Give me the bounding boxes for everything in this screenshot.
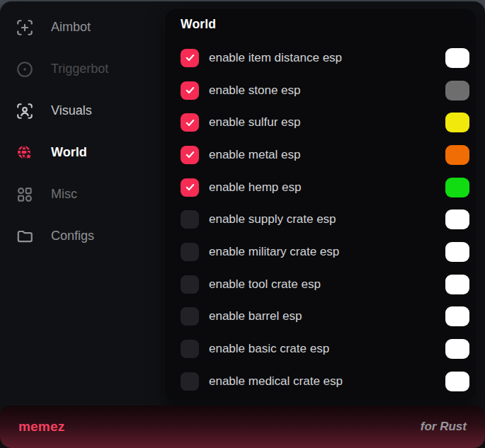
esp-option-row bbox=[165, 398, 477, 401]
brand-name: memez bbox=[18, 419, 64, 435]
esp-option-row: enable hemp esp bbox=[165, 171, 477, 204]
esp-option-row: enable stone esp bbox=[165, 74, 477, 107]
esp-checkbox[interactable] bbox=[181, 275, 199, 294]
check-icon bbox=[185, 52, 195, 63]
check-icon bbox=[185, 149, 195, 160]
esp-options-list: enable item distance esp enable stone es… bbox=[165, 42, 477, 401]
sidebar-item-label: Aimbot bbox=[51, 20, 91, 35]
esp-option-row: enable tool crate esp bbox=[165, 268, 477, 301]
esp-color-swatch[interactable] bbox=[445, 306, 469, 326]
esp-checkbox[interactable] bbox=[181, 113, 199, 132]
globe-star-icon bbox=[16, 144, 34, 162]
esp-option-label: enable sulfur esp bbox=[209, 115, 445, 130]
esp-checkbox[interactable] bbox=[181, 49, 199, 67]
esp-color-swatch[interactable] bbox=[445, 339, 469, 359]
esp-option-row: enable metal esp bbox=[165, 139, 477, 171]
check-icon bbox=[185, 117, 195, 128]
circle-dot-icon bbox=[16, 60, 34, 79]
sidebar-item-configs[interactable]: Configs bbox=[0, 215, 165, 257]
esp-checkbox[interactable] bbox=[181, 81, 199, 100]
panel-title: World bbox=[181, 17, 477, 32]
sidebar-item-misc[interactable]: Misc bbox=[0, 173, 165, 215]
shapes-grid-icon bbox=[16, 185, 34, 204]
folder-icon bbox=[16, 227, 34, 246]
esp-option-row: enable basic crate esp bbox=[165, 333, 477, 365]
esp-color-swatch[interactable] bbox=[445, 81, 469, 100]
world-settings-panel[interactable]: World enable item distance esp enable st… bbox=[165, 8, 477, 401]
check-icon bbox=[185, 85, 195, 96]
footer-bar: memez for Rust bbox=[0, 406, 485, 448]
esp-option-label: enable stone esp bbox=[209, 84, 445, 98]
esp-checkbox[interactable] bbox=[181, 178, 199, 197]
esp-checkbox[interactable] bbox=[181, 372, 199, 391]
esp-option-row: enable sulfur esp bbox=[165, 106, 477, 139]
esp-color-swatch[interactable] bbox=[445, 48, 469, 68]
esp-option-label: enable tool crate esp bbox=[209, 277, 445, 292]
sidebar-item-world[interactable]: World bbox=[0, 132, 165, 173]
esp-option-label: enable supply crate esp bbox=[209, 212, 445, 226]
esp-color-swatch[interactable] bbox=[445, 209, 469, 229]
esp-checkbox[interactable] bbox=[181, 340, 199, 358]
esp-color-swatch[interactable] bbox=[445, 145, 469, 165]
esp-option-row: enable supply crate esp bbox=[165, 203, 477, 236]
sidebar-item-visuals[interactable]: Visuals bbox=[0, 90, 165, 132]
esp-color-swatch[interactable] bbox=[445, 275, 469, 294]
sidebar-item-label: Triggerbot bbox=[51, 62, 108, 76]
esp-checkbox[interactable] bbox=[181, 243, 199, 261]
esp-option-row: enable item distance esp bbox=[165, 42, 477, 74]
sidebar-item-label: World bbox=[51, 145, 87, 160]
esp-option-label: enable item distance esp bbox=[209, 51, 445, 65]
esp-option-label: enable military crate esp bbox=[209, 245, 445, 259]
esp-option-row: enable military crate esp bbox=[165, 236, 477, 268]
esp-option-label: enable metal esp bbox=[209, 148, 445, 162]
esp-checkbox[interactable] bbox=[181, 210, 199, 229]
sidebar-item-label: Misc bbox=[51, 187, 77, 202]
esp-color-swatch[interactable] bbox=[445, 372, 469, 391]
check-icon bbox=[185, 182, 195, 193]
esp-checkbox[interactable] bbox=[181, 307, 199, 326]
esp-checkbox[interactable] bbox=[181, 146, 199, 164]
esp-color-swatch[interactable] bbox=[445, 242, 469, 262]
sidebar-item-aimbot[interactable]: Aimbot bbox=[0, 6, 165, 48]
user-scan-icon bbox=[16, 102, 34, 120]
esp-option-label: enable barrel esp bbox=[209, 309, 445, 323]
esp-option-row: enable medical crate esp bbox=[165, 365, 477, 398]
esp-option-label: enable hemp esp bbox=[209, 180, 445, 195]
esp-option-row: enable barrel esp bbox=[165, 301, 477, 333]
esp-option-label: enable basic crate esp bbox=[209, 342, 445, 356]
scan-plus-icon bbox=[16, 18, 34, 37]
sidebar-item-label: Configs bbox=[51, 229, 94, 243]
esp-color-swatch[interactable] bbox=[445, 113, 469, 132]
brand-tagline: for Rust bbox=[421, 420, 467, 434]
sidebar-item-label: Visuals bbox=[51, 103, 92, 118]
esp-color-swatch[interactable] bbox=[445, 178, 469, 197]
sidebar-item-triggerbot[interactable]: Triggerbot bbox=[0, 48, 165, 90]
esp-option-label: enable medical crate esp bbox=[209, 374, 445, 389]
cheat-menu-window: Aimbot Triggerbot Visuals bbox=[0, 1, 485, 448]
sidebar: Aimbot Triggerbot Visuals bbox=[0, 6, 165, 257]
